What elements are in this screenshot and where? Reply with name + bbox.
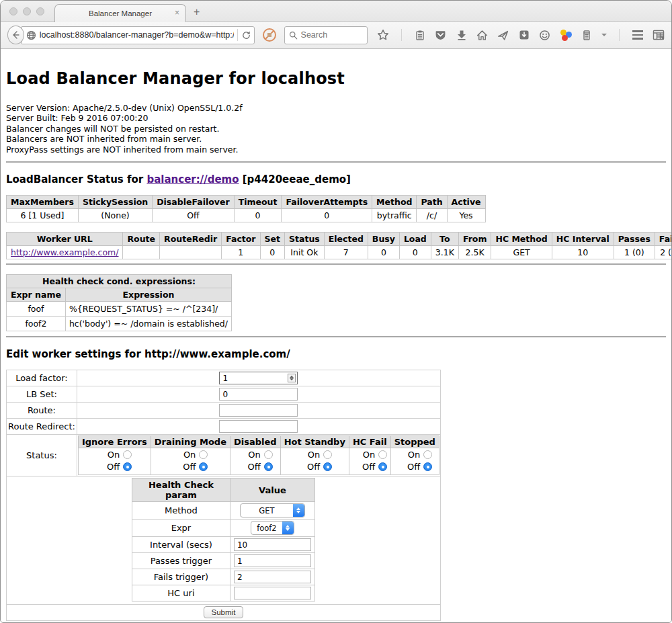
reload-icon[interactable] [241, 30, 251, 40]
container-icon[interactable] [581, 29, 593, 41]
cell-maxmembers: 6 [1 Used] [7, 209, 79, 222]
health-check-table: Health Check param Value Method GET [132, 478, 315, 601]
draining-mode-on-radio[interactable] [199, 450, 208, 459]
hc-fails-label: Fails trigger) [132, 569, 230, 585]
on-label: On [408, 450, 420, 460]
balancer-heading-prefix: LoadBalancer Status for [6, 173, 146, 185]
col-method: Method [372, 196, 417, 209]
number-stepper-icon[interactable] [288, 374, 296, 382]
hc-method-select[interactable]: GET [240, 503, 305, 517]
new-tab-button[interactable]: + [194, 6, 200, 18]
col-expr-name: Expr name [7, 288, 66, 302]
hc-expr-row: Expr foof2 [132, 520, 314, 537]
status-row: Status: Ignore Errors Draining Mode Disa… [7, 435, 441, 476]
dropdown-caret-icon[interactable] [601, 34, 607, 36]
toolbar-divider [401, 29, 402, 41]
worker-data-row: http://www.example.com/ 1 0 Init Ok 7 0 … [7, 246, 672, 259]
col-worker-url: Worker URL [7, 233, 123, 246]
balancer-demo-link[interactable]: balancer://demo [146, 173, 239, 185]
lb-set-input[interactable] [219, 388, 298, 401]
col-to: To [431, 233, 458, 246]
expr-title-row: Health check cond. expressions: [7, 275, 232, 288]
hc-method-label: Method [132, 502, 230, 520]
col-draining-mode: Draining Mode [151, 436, 230, 448]
forum-smiley-icon[interactable] [539, 29, 551, 41]
col-hc-fail: HC Fail [349, 436, 390, 448]
hc-uri-input[interactable] [234, 587, 311, 599]
url-input[interactable] [40, 30, 234, 40]
search-box[interactable] [284, 26, 368, 44]
back-arrow-icon [11, 30, 20, 40]
home-icon[interactable] [476, 29, 489, 41]
back-button[interactable] [7, 26, 24, 44]
off-label: Off [362, 462, 375, 472]
off-label: Off [107, 462, 120, 472]
worker-url-link[interactable]: http://www.example.com/ [11, 247, 118, 257]
hc-fail-off-radio[interactable] [378, 462, 387, 471]
zoom-window-button[interactable] [36, 7, 44, 15]
tab-balancer-manager[interactable]: Balancer Manager × [54, 4, 186, 22]
route-input[interactable] [219, 404, 298, 417]
col-route: Route [123, 233, 160, 246]
expressions-table: Health check cond. expressions: Expr nam… [6, 274, 232, 331]
edit-worker-heading: Edit worker settings for http://www.exam… [6, 348, 666, 360]
edit-worker-form: Load factor: LB Set: Route: Route Redire… [6, 370, 441, 621]
expr-row-foof2: foof2 hc('body') =~ /domain is establish… [7, 317, 232, 331]
col-hot-standby: Hot Standby [280, 436, 349, 448]
disabled-on-radio[interactable] [264, 450, 273, 459]
col-hc-interval: HC Interval [552, 233, 614, 246]
col-hc-param: Health Check param [132, 479, 230, 502]
cell-expression: %{REQUEST_STATUS} =~ /^[234]/ [65, 302, 231, 317]
close-window-button[interactable] [9, 7, 17, 15]
hc-fails-input[interactable] [234, 571, 311, 583]
hc-expr-label: Expr [132, 520, 230, 537]
colored-dots-icon[interactable] [560, 29, 572, 41]
menu-icon[interactable] [632, 29, 644, 41]
hc-expr-select[interactable]: foof2 [251, 521, 294, 535]
col-hc-method: HC Method [491, 233, 552, 246]
stopped-on-radio[interactable] [423, 450, 432, 459]
apps-grid-icon[interactable] [653, 29, 665, 41]
on-label: On [248, 450, 260, 460]
adblock-icon[interactable] [262, 28, 277, 42]
status-label: Status: [7, 435, 77, 476]
hc-passes-input[interactable] [234, 554, 311, 567]
bookmark-star-icon[interactable] [377, 29, 389, 41]
load-factor-input[interactable] [219, 372, 298, 384]
tab-title: Balancer Manager [89, 9, 152, 17]
ignore-errors-off-radio[interactable] [123, 462, 132, 471]
search-input[interactable] [301, 30, 363, 40]
download-icon[interactable] [456, 29, 468, 41]
pocket-icon[interactable] [435, 29, 447, 41]
route-row: Route: [7, 403, 441, 419]
on-label: On [363, 450, 375, 460]
cell-expr-name: foof [7, 302, 66, 317]
window-controls[interactable] [9, 7, 44, 15]
send-plane-icon[interactable] [497, 29, 509, 41]
hc-fail-on-radio[interactable] [378, 450, 387, 459]
server-version-line: Server Version: Apache/2.5.0-dev (Unix) … [6, 103, 666, 113]
balancer-status-heading: LoadBalancer Status for balancer://demo … [6, 173, 666, 185]
worker-header-row: Worker URL Route RouteRedir Factor Set S… [7, 233, 672, 246]
hc-header-row: Health Check param Value [132, 479, 314, 502]
route-redirect-input[interactable] [219, 420, 298, 433]
hot-standby-off-radio[interactable] [323, 462, 332, 471]
url-bar[interactable] [22, 26, 255, 44]
stopped-off-radio[interactable] [423, 462, 432, 471]
off-label: Off [183, 462, 196, 472]
draining-mode-off-radio[interactable] [199, 462, 208, 471]
clipboard-icon[interactable] [414, 29, 426, 41]
cell-load: 0 [399, 246, 431, 259]
minimize-window-button[interactable] [23, 7, 31, 15]
tab-close-icon[interactable]: × [175, 9, 179, 17]
hc-interval-label: Interval (secs) [132, 537, 230, 553]
hot-standby-on-radio[interactable] [323, 450, 332, 459]
expr-row-foof: foof %{REQUEST_STATUS} =~ /^[234]/ [7, 302, 232, 317]
ignore-errors-on-radio[interactable] [123, 450, 132, 459]
hc-passes-label: Passes trigger [132, 553, 230, 569]
reader-square-icon[interactable] [518, 29, 530, 41]
disabled-off-radio[interactable] [264, 462, 273, 471]
hc-interval-input[interactable] [234, 538, 311, 551]
submit-button[interactable]: Submit [204, 606, 244, 618]
cell-routeredir [160, 246, 222, 259]
